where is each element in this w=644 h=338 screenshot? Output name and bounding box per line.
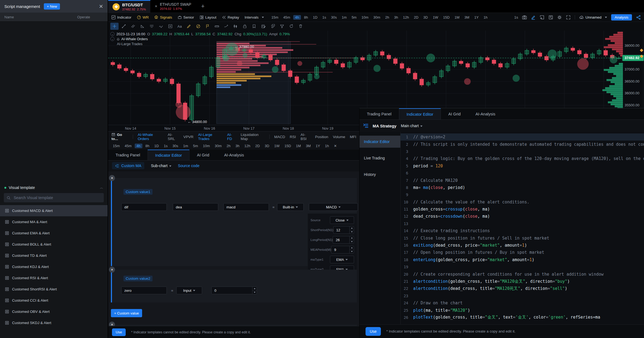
- close-timeframes-icon[interactable]: ✕: [332, 144, 339, 148]
- timeframe-1Y[interactable]: 1Y: [314, 144, 322, 148]
- signals-button[interactable]: Signals: [154, 15, 172, 19]
- formedit-tool-icon[interactable]: [259, 23, 268, 30]
- symbol-tab-btcusdt[interactable]: BTC/USDT 37482.92 2.75%: [108, 0, 150, 13]
- value-stepper[interactable]: 0: [211, 287, 257, 294]
- resolution-label[interactable]: 1s: [514, 15, 518, 19]
- fullscreen-icon[interactable]: [566, 15, 571, 20]
- timeframe-2h[interactable]: 2h: [225, 144, 232, 148]
- rotate-tool-icon[interactable]: [287, 23, 295, 30]
- timeframe-10m[interactable]: 10m: [360, 15, 370, 20]
- indicator-link-liquidation-map[interactable]: Liquidation Map: [241, 133, 265, 141]
- symbol-tab-ethusdtswap[interactable]: ✕ ETH/USDT SWAP 2074.02 1.97%: [150, 0, 196, 13]
- timeframe-8h[interactable]: 8h: [143, 144, 151, 148]
- template-item[interactable]: Customed SKDJ & Alert: [0, 317, 108, 328]
- code-editor[interactable]: 1// @version=22// This script is only in…: [401, 132, 644, 324]
- template-item[interactable]: Customed EMA & Alert: [0, 228, 108, 239]
- use-button[interactable]: Use: [366, 327, 381, 336]
- remove-block-icon[interactable]: ✕: [109, 175, 115, 181]
- timeframe-3M[interactable]: 3M: [462, 15, 471, 20]
- add-custom-value-button[interactable]: + Custom value: [111, 309, 142, 317]
- template-search[interactable]: [4, 193, 104, 202]
- intervals-dropdown[interactable]: Intervals: [245, 15, 264, 19]
- timeframe-2D[interactable]: 2D: [412, 15, 420, 20]
- timeframe-3h[interactable]: 3h: [392, 15, 400, 20]
- search-input[interactable]: [13, 195, 101, 200]
- timeframe-1W[interactable]: 1W: [431, 15, 440, 20]
- timeframe-8h[interactable]: 8h: [302, 15, 310, 20]
- template-item[interactable]: Customed MA & Alert: [0, 216, 108, 228]
- tab-ai-analysis[interactable]: AI-Analysis: [468, 108, 503, 120]
- remove-block-icon[interactable]: ✕: [109, 267, 115, 273]
- parallel-tool-icon[interactable]: [129, 23, 137, 30]
- settings-gear-icon[interactable]: [557, 15, 562, 20]
- timeframe-1M[interactable]: 1M: [294, 144, 303, 148]
- add-tab-button[interactable]: +: [196, 0, 210, 13]
- template-item[interactable]: Customed MACD & Alert: [0, 205, 108, 216]
- timeframe-1W[interactable]: 1W: [272, 144, 281, 148]
- indicator-link-macd[interactable]: MACD: [274, 135, 285, 139]
- wave-tool-icon[interactable]: [157, 23, 165, 30]
- timeframe-30s[interactable]: 30s: [171, 144, 180, 148]
- timeframe-15D[interactable]: 15D: [283, 144, 293, 148]
- input-source-select[interactable]: Input: [176, 287, 202, 294]
- builtin-select[interactable]: Built-in: [277, 203, 304, 211]
- stepper-arrows[interactable]: [349, 236, 354, 243]
- indicator-link-mfi[interactable]: MFI: [350, 135, 356, 139]
- timeframe-4h[interactable]: 4h: [293, 15, 301, 20]
- ruler-tool-icon[interactable]: [213, 23, 221, 30]
- wr-button[interactable]: WR: [137, 15, 149, 19]
- bookmark-tool-icon[interactable]: [250, 23, 258, 30]
- timeframe-1h[interactable]: 1h: [482, 15, 489, 20]
- timeframe-15D[interactable]: 15D: [441, 15, 452, 20]
- field-dif[interactable]: [121, 203, 167, 211]
- stepper-arrows[interactable]: [349, 246, 354, 253]
- timeframe-1s[interactable]: 1s: [162, 144, 169, 148]
- timeframe-1m[interactable]: 1m: [181, 144, 190, 148]
- chevron-circle-icon[interactable]: ⌄: [110, 37, 114, 41]
- param-stepper[interactable]: 9: [331, 246, 354, 254]
- field-zero[interactable]: [121, 287, 167, 294]
- template-item[interactable]: Customed CCI & Alert: [0, 295, 108, 306]
- timeframe-1D[interactable]: 1D: [311, 15, 320, 20]
- trash-tool-icon[interactable]: [297, 23, 305, 30]
- trendline-tool-icon[interactable]: [120, 23, 128, 30]
- share-icon[interactable]: [636, 15, 641, 20]
- param-select[interactable]: EMA: [330, 256, 354, 263]
- timeframe-15m[interactable]: 15m: [111, 144, 122, 148]
- timeframe-1D[interactable]: 1D: [153, 144, 161, 148]
- senior-button[interactable]: Senior: [178, 15, 194, 19]
- funnel-tool-icon[interactable]: [278, 23, 286, 30]
- layout-save-dropdown[interactable]: Unnamed: [579, 15, 607, 20]
- indicator-select[interactable]: MACD: [309, 203, 358, 211]
- tab-ai-analysis[interactable]: AI-Analysis: [217, 150, 251, 160]
- field-macd[interactable]: [223, 203, 269, 211]
- tab-close-icon[interactable]: ✕: [155, 4, 157, 8]
- analysis-button[interactable]: Analysis: [611, 14, 632, 21]
- tab-trading-panel[interactable]: Trading Panel: [108, 150, 148, 160]
- visual-template-header[interactable]: Visual template ︿: [0, 183, 108, 193]
- timeframe-45m[interactable]: 45m: [123, 144, 133, 148]
- source-code-link[interactable]: Source code: [178, 164, 200, 168]
- hlines-tool-icon[interactable]: [148, 23, 156, 30]
- draw-pencil-icon[interactable]: [531, 15, 536, 20]
- nav-indicator-editor[interactable]: Indicator Editor: [360, 136, 400, 148]
- replay-button[interactable]: Replay: [222, 15, 239, 19]
- goto-button[interactable]: Go to...: [111, 133, 128, 141]
- timeframe-3D[interactable]: 3D: [263, 144, 271, 148]
- indicator-button[interactable]: Indicator: [111, 15, 131, 19]
- timeframe-45m[interactable]: 45m: [281, 15, 292, 20]
- layout-button[interactable]: Layout: [200, 15, 217, 19]
- squareplus-tool-icon[interactable]: [166, 23, 174, 30]
- template-item[interactable]: Customed ShortRSI & Alert: [0, 284, 108, 295]
- use-button[interactable]: Use: [112, 328, 126, 336]
- timeframe-1Y[interactable]: 1Y: [472, 15, 481, 20]
- indicator-link-volume[interactable]: Volume: [333, 135, 345, 139]
- triangle-tool-icon[interactable]: [138, 23, 146, 30]
- timeframe-3h[interactable]: 3h: [234, 144, 241, 148]
- indicator-link-position[interactable]: Position: [315, 135, 328, 139]
- template-item[interactable]: Customed BOLL & Alert: [0, 239, 108, 250]
- main-chart-dropdown[interactable]: Main chart: [401, 124, 422, 128]
- indicator-link-ai-fd[interactable]: AI-FD: [227, 133, 236, 141]
- timeframe-4h[interactable]: 4h: [135, 144, 142, 148]
- overlay-whale-orders[interactable]: AI-Whale Orders: [116, 37, 148, 41]
